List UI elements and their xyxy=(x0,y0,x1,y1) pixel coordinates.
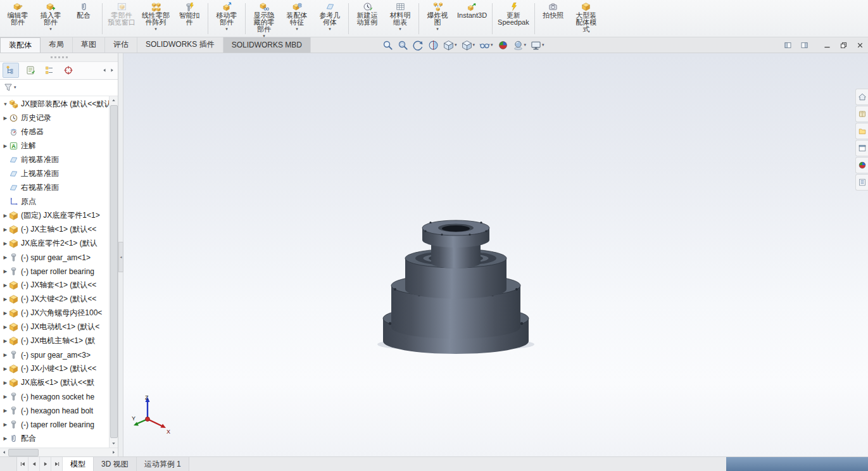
hide-show-items-button[interactable]: ▾ xyxy=(478,39,494,51)
tree-expand-caret[interactable]: ▶ xyxy=(2,380,9,386)
tree-item[interactable]: ▶A注解 xyxy=(0,139,110,153)
tree-expand-caret[interactable]: ▶ xyxy=(2,408,9,413)
section-view-button[interactable] xyxy=(427,39,440,51)
tree-expand-caret[interactable]: ▶ xyxy=(2,241,9,246)
tree-expand-caret[interactable]: ▶ xyxy=(2,310,9,316)
tree-item[interactable]: ▶(-) taper roller bearing xyxy=(0,418,110,432)
tree-expand-caret[interactable]: ▶ xyxy=(2,422,9,427)
tree-horizontal-scrollbar[interactable] xyxy=(0,448,118,456)
ribbon-button-assembly-features[interactable]: 装配体特征▾ xyxy=(280,1,313,37)
view-settings-button[interactable]: ▾ xyxy=(529,39,546,51)
scroll-left-button[interactable] xyxy=(0,448,8,456)
doc-tab-nav-first-button[interactable] xyxy=(17,457,28,471)
ribbon-tab-sketch[interactable]: 草图 xyxy=(73,37,105,53)
taskpane-custom-properties-button[interactable] xyxy=(855,174,868,191)
tree-item[interactable]: ▶(-) hexagon head bolt xyxy=(0,404,110,418)
taskpane-view-palette-button[interactable] xyxy=(855,140,868,156)
doc-tab-model[interactable]: 模型 xyxy=(63,457,94,471)
ribbon-button-move-component[interactable]: 移动零部件▾ xyxy=(210,1,243,37)
tree-item[interactable]: 原点 xyxy=(0,195,110,209)
pane-collapse-left-button[interactable] xyxy=(784,41,792,49)
panel-tab-configuration-manager[interactable] xyxy=(42,63,57,77)
display-style-button[interactable]: ▾ xyxy=(460,39,477,51)
tree-expand-caret[interactable]: ▶ xyxy=(2,324,9,330)
tree-item[interactable]: ▶(-) JX轴套<1> (默认<< xyxy=(0,279,110,292)
doc-tab-3d-views[interactable]: 3D 视图 xyxy=(94,457,137,471)
tree-expand-caret[interactable]: ▶ xyxy=(2,268,9,274)
zoom-fit-button[interactable] xyxy=(381,39,394,51)
pane-collapse-right-button[interactable] xyxy=(800,41,808,49)
tree-item[interactable]: ▶配合 xyxy=(0,432,110,446)
panel-tab-scroll-right-button[interactable] xyxy=(109,67,115,73)
doc-tab-nav-prev-button[interactable] xyxy=(28,457,40,471)
panel-tab-feature-tree[interactable] xyxy=(3,63,19,78)
graphics-viewport[interactable]: ZYX xyxy=(123,53,868,456)
ribbon-tab-sw-addins[interactable]: SOLIDWORKS 插件 xyxy=(137,37,223,53)
ribbon-button-large-assembly-mode[interactable]: 大型装配体模式 xyxy=(570,1,603,37)
tree-item[interactable]: ▶(-) JX主轴<1> (默认<< xyxy=(0,223,110,237)
tree-expand-caret[interactable]: ▶ xyxy=(2,352,9,358)
minimize-button[interactable] xyxy=(823,41,831,49)
tree-expand-caret[interactable]: ▶ xyxy=(2,394,9,399)
tree-expand-caret[interactable]: ▼ xyxy=(2,101,9,107)
tree-expand-caret[interactable]: ▶ xyxy=(2,282,9,288)
tree-expand-caret[interactable]: ▶ xyxy=(2,213,9,218)
taskpane-design-library-button[interactable] xyxy=(855,106,868,122)
view-orientation-button[interactable]: ▾ xyxy=(442,39,458,51)
vertical-scroll-thumb[interactable] xyxy=(110,105,118,438)
ribbon-button-snapshot[interactable]: 拍快照 xyxy=(537,1,570,37)
ribbon-button-show-hidden[interactable]: 显示隐藏的零部件▾ xyxy=(248,1,280,37)
taskpane-file-explorer-button[interactable] xyxy=(855,123,868,139)
ribbon-button-update-speedpak[interactable]: 更新Speedpak xyxy=(494,1,532,37)
tree-expand-caret[interactable]: ▶ xyxy=(2,366,9,372)
tree-item[interactable]: 上视基准面 xyxy=(0,167,110,181)
panel-tab-property-manager[interactable] xyxy=(23,63,38,77)
ribbon-tab-evaluate[interactable]: 评估 xyxy=(105,37,137,53)
panel-splitter-handle[interactable]: ◂ xyxy=(118,242,123,272)
tree-item[interactable]: ▶历史记录 xyxy=(0,111,110,125)
panel-grip[interactable] xyxy=(0,53,118,62)
edit-appearance-button[interactable] xyxy=(496,39,510,51)
panel-tab-dimxpert[interactable] xyxy=(61,63,76,77)
tree-item[interactable]: ▶(-) JX六角螺母内径100< xyxy=(0,306,110,320)
ribbon-button-linear-pattern[interactable]: 线性零部件阵列▾ xyxy=(139,1,173,37)
doc-tab-nav-next-button[interactable] xyxy=(40,457,51,471)
ribbon-button-motion-study[interactable]: 新建运动算例 xyxy=(351,1,384,37)
tree-expand-caret[interactable]: ▶ xyxy=(2,436,9,441)
ribbon-button-mate[interactable]: 配合 xyxy=(67,1,100,37)
taskpane-appearances-button[interactable] xyxy=(855,157,868,173)
panel-splitter[interactable]: ◂ xyxy=(118,53,123,456)
tree-item[interactable]: 前视基准面 xyxy=(0,153,110,167)
scroll-right-button[interactable] xyxy=(110,448,118,456)
tree-expand-caret[interactable]: ▶ xyxy=(2,143,9,149)
ribbon-button-reference-geometry[interactable]: 参考几何体▾ xyxy=(313,1,346,37)
ribbon-tab-sw-mbd[interactable]: SOLIDWORKS MBD xyxy=(223,37,311,53)
tree-vertical-scrollbar[interactable] xyxy=(109,96,118,448)
ribbon-button-insert-component[interactable]: 插入零部件▾ xyxy=(34,1,67,37)
ribbon-tab-assembly[interactable]: 装配体 xyxy=(0,37,41,53)
close-button[interactable] xyxy=(856,41,864,49)
ribbon-button-exploded-view[interactable]: 爆炸视图▾ xyxy=(421,1,454,37)
tree-item[interactable]: ▶(-) spur gear_am<3> xyxy=(0,348,110,362)
scroll-up-button[interactable] xyxy=(110,96,117,104)
tree-filter-button[interactable]: ▾ xyxy=(3,82,16,92)
tree-item[interactable]: ▶(-) JX电机主轴<1> (默 xyxy=(0,334,110,348)
doc-tab-motion-study-1[interactable]: 运动算例 1 xyxy=(137,457,189,471)
zoom-area-button[interactable] xyxy=(396,39,410,51)
horizontal-scroll-thumb[interactable] xyxy=(8,449,39,456)
tree-item[interactable]: ▶(-) JX大键<2> (默认<< xyxy=(0,292,110,306)
tree-item[interactable]: ▶(固定) JX底座零件1<1> xyxy=(0,209,110,223)
ribbon-button-component-preview[interactable]: 零部件预览窗口 xyxy=(104,1,139,37)
ribbon-button-edit-component[interactable]: 编辑零部件 xyxy=(1,1,34,37)
tree-item[interactable]: ▶JX底板<1> (默认<<默 xyxy=(0,376,110,390)
previous-view-button[interactable] xyxy=(412,39,425,51)
ribbon-tab-layout[interactable]: 布局 xyxy=(41,37,73,53)
tree-item[interactable]: ▶(-) taper roller bearing xyxy=(0,265,110,279)
apply-scene-button[interactable]: ▾ xyxy=(512,39,528,51)
tree-expand-caret[interactable]: ▶ xyxy=(2,227,9,232)
tree-expand-caret[interactable]: ▶ xyxy=(2,254,9,260)
model-3d[interactable] xyxy=(370,213,541,359)
doc-tab-nav-last-button[interactable] xyxy=(51,457,63,471)
ribbon-button-instant3d[interactable]: Instant3D xyxy=(454,1,490,37)
tree-expand-caret[interactable]: ▶ xyxy=(2,115,9,121)
